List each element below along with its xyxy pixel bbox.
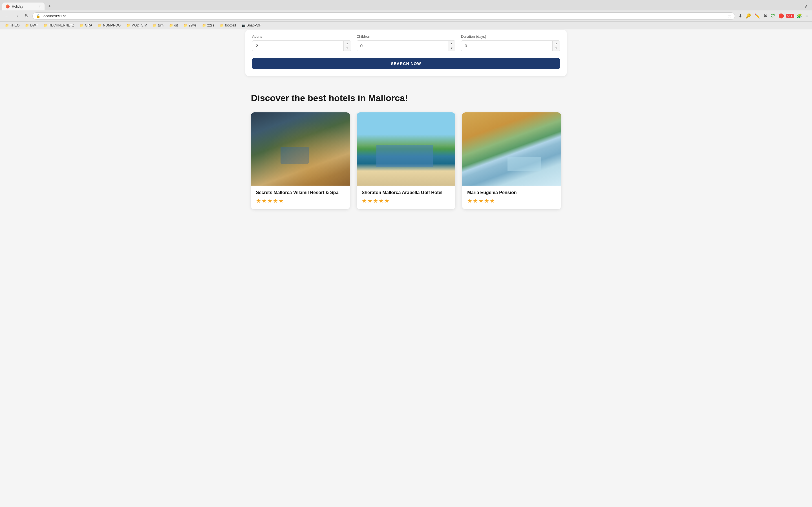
hotel-card-2[interactable]: Sheraton Mallorca Arabella Golf Hotel ★ …: [357, 112, 456, 209]
hotel-name-3: Maria Eugenia Pension: [467, 190, 556, 195]
star-3: ★: [267, 198, 272, 204]
hotel-card-info-2: Sheraton Mallorca Arabella Golf Hotel ★ …: [357, 186, 456, 209]
duration-decrement[interactable]: ▼: [553, 46, 560, 51]
bookmark-label: THEO: [10, 23, 19, 27]
search-now-button[interactable]: SEARCH NOW: [252, 58, 560, 69]
reload-button[interactable]: ↻: [23, 12, 30, 20]
browser-extensions: ⬇ 🔑 ✏️ ✖ 🛡 🔴 OFF 🧩 ≡: [737, 12, 809, 20]
children-decrement[interactable]: ▼: [448, 46, 455, 51]
folder-icon: 📁: [184, 24, 188, 27]
star-5-half: ★: [384, 198, 389, 204]
bookmark-theo[interactable]: 📁 THEO: [3, 23, 22, 28]
duration-label: Duration (days): [461, 34, 560, 39]
active-tab[interactable]: Holiday ×: [2, 3, 45, 10]
duration-field: Duration (days) ▲ ▼: [461, 34, 560, 51]
children-input-wrapper: ▲ ▼: [357, 40, 456, 51]
star-1: ★: [467, 198, 472, 204]
folder-icon: 📁: [169, 24, 173, 27]
duration-input[interactable]: [461, 41, 552, 51]
star-4: ★: [273, 198, 278, 204]
star-3: ★: [373, 198, 378, 204]
adults-increment[interactable]: ▲: [344, 41, 351, 46]
folder-icon: 📁: [126, 24, 130, 27]
bookmark-label: MOD_SIM: [132, 23, 147, 27]
download-button[interactable]: ⬇: [737, 12, 743, 20]
page-content: Adults ▲ ▼ Children ▲: [0, 30, 812, 507]
duration-spinners: ▲ ▼: [552, 41, 560, 51]
folder-icon: 📁: [153, 24, 157, 27]
adults-spinners: ▲ ▼: [343, 41, 351, 51]
discover-heading: Discover the best hotels in Mallorca!: [251, 93, 561, 103]
duration-increment[interactable]: ▲: [553, 41, 560, 46]
adults-label: Adults: [252, 34, 351, 39]
folder-icon: 📁: [220, 24, 224, 27]
ext-off[interactable]: OFF: [786, 14, 794, 18]
hotel-cards-grid: Secrets Mallorca Villamil Resort & Spa ★…: [245, 112, 567, 221]
ext-shield[interactable]: 🛡: [769, 12, 776, 20]
duration-input-wrapper: ▲ ▼: [461, 40, 560, 51]
bookmark-tum[interactable]: 📁 tum: [151, 23, 166, 28]
bookmark-22ss[interactable]: 📁 22ss: [200, 23, 216, 28]
browser-chrome: Holiday × + ∨ ← → ↻ 🔒 localhost:5173 ☆ ⬇…: [0, 0, 812, 29]
tab-bar: Holiday × + ∨: [0, 0, 812, 10]
hotel-card-info-1: Secrets Mallorca Villamil Resort & Spa ★…: [251, 186, 350, 209]
bookmark-rechnernetz[interactable]: 📁 RECHNERNETZ: [42, 23, 77, 28]
hotel-name-2: Sheraton Mallorca Arabella Golf Hotel: [362, 190, 451, 195]
menu-button[interactable]: ≡: [804, 12, 809, 20]
browser-toolbar: ← → ↻ 🔒 localhost:5173 ☆ ⬇ 🔑 ✏️ ✖ 🛡 🔴 OF…: [0, 10, 812, 21]
bookmark-label: football: [225, 23, 236, 27]
bookmark-gra[interactable]: 📁 GRA: [78, 23, 94, 28]
bookmark-numprog[interactable]: 📁 NUMPROG: [96, 23, 123, 28]
star-2: ★: [367, 198, 372, 204]
adults-decrement[interactable]: ▼: [344, 46, 351, 51]
security-icon: 🔒: [36, 14, 40, 18]
bookmark-football[interactable]: 📁 football: [218, 23, 238, 28]
bookmark-modsim[interactable]: 📁 MOD_SIM: [124, 23, 149, 28]
snap-icon: 📷: [242, 24, 246, 27]
page-wrapper: Adults ▲ ▼ Children ▲: [0, 30, 812, 221]
bookmark-star-icon[interactable]: ☆: [728, 14, 731, 18]
children-field: Children ▲ ▼: [357, 34, 456, 51]
hotel-card-1[interactable]: Secrets Mallorca Villamil Resort & Spa ★…: [251, 112, 350, 209]
adults-field: Adults ▲ ▼: [252, 34, 351, 51]
hotel-stars-2: ★ ★ ★ ★ ★: [362, 198, 451, 204]
bookmark-label: GRA: [85, 23, 92, 27]
ext-3[interactable]: ✖: [762, 12, 768, 20]
folder-icon: 📁: [5, 24, 9, 27]
address-bar[interactable]: 🔒 localhost:5173 ☆: [33, 12, 735, 20]
url-display: localhost:5173: [43, 14, 725, 18]
hotel-image-2: [357, 112, 456, 186]
new-tab-button[interactable]: +: [46, 2, 53, 10]
tab-favicon: [6, 4, 10, 8]
tab-title: Holiday: [12, 4, 23, 8]
hotel-stars-1: ★ ★ ★ ★ ★: [256, 198, 345, 204]
forward-button[interactable]: →: [13, 12, 21, 20]
back-button[interactable]: ←: [3, 12, 11, 20]
folder-icon: 📁: [44, 24, 48, 27]
bookmark-git[interactable]: 📁 git: [167, 23, 180, 28]
ext-4[interactable]: 🔴: [777, 12, 785, 20]
hotel-card-3[interactable]: Maria Eugenia Pension ★ ★ ★ ★ ★: [462, 112, 561, 209]
folder-icon: 📁: [98, 24, 102, 27]
folder-icon: 📁: [25, 24, 29, 27]
bookmark-22ws[interactable]: 📁 22ws: [181, 23, 199, 28]
hotel-card-info-3: Maria Eugenia Pension ★ ★ ★ ★ ★: [462, 186, 561, 209]
star-5-half: ★: [490, 198, 495, 204]
children-spinners: ▲ ▼: [448, 41, 455, 51]
hotel-stars-3: ★ ★ ★ ★ ★: [467, 198, 556, 204]
bookmark-label: DWT: [30, 23, 38, 27]
extensions-button[interactable]: 🧩: [795, 12, 803, 20]
ext-2[interactable]: ✏️: [753, 12, 761, 20]
children-input[interactable]: [357, 41, 448, 51]
tab-close-button[interactable]: ×: [39, 4, 41, 9]
bookmark-snappdf[interactable]: 📷 SnapPDF: [239, 23, 264, 28]
bookmark-dwt[interactable]: 📁 DWT: [23, 23, 40, 28]
hotel-name-1: Secrets Mallorca Villamil Resort & Spa: [256, 190, 345, 195]
bookmark-label: SnapPDF: [247, 23, 261, 27]
hotel-image-1: [251, 112, 350, 186]
bookmark-label: RECHNERNETZ: [49, 23, 74, 27]
tab-list-button[interactable]: ∨: [802, 3, 810, 10]
adults-input[interactable]: [252, 41, 343, 51]
ext-1[interactable]: 🔑: [744, 12, 752, 20]
children-increment[interactable]: ▲: [448, 41, 455, 46]
